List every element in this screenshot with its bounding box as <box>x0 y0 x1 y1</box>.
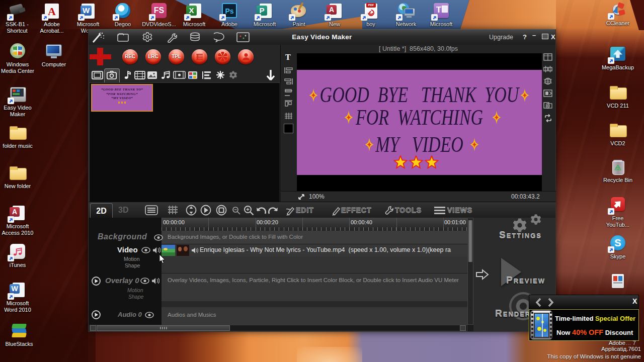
svg-text:3D: 3D <box>545 104 550 108</box>
